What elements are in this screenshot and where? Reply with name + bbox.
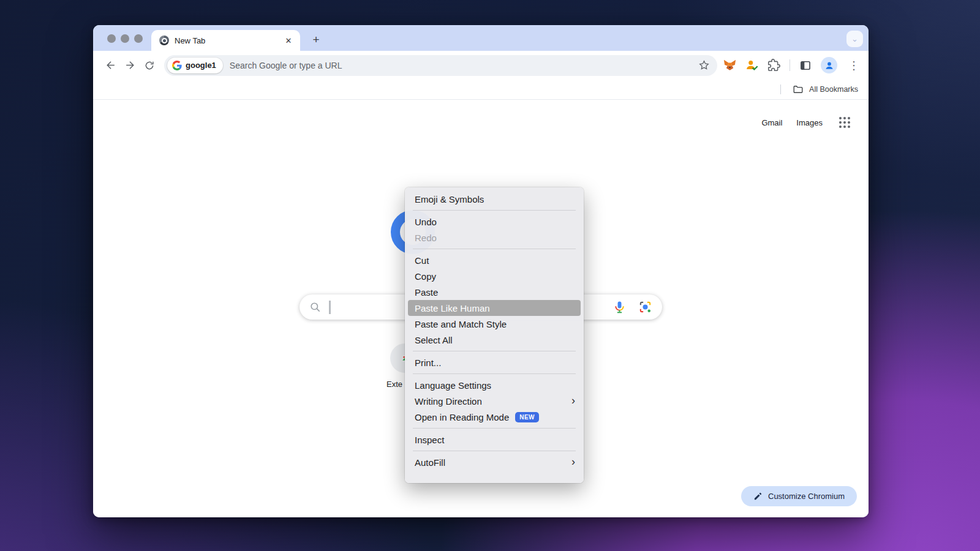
browser-menu-button[interactable]: ⋮ xyxy=(846,56,861,75)
pencil-icon xyxy=(753,492,763,501)
profile-person-icon xyxy=(824,60,835,71)
all-bookmarks-button[interactable]: All Bookmarks xyxy=(809,85,858,94)
window-controls xyxy=(107,34,143,43)
menu-separator xyxy=(413,249,576,249)
menu-item-copy[interactable]: Copy xyxy=(405,268,584,284)
tab-search-chevron-icon[interactable]: ⌄ xyxy=(846,31,863,47)
reload-button[interactable] xyxy=(140,56,159,75)
tab-title: New Tab xyxy=(175,36,283,45)
ntp-top-links: Gmail Images xyxy=(761,114,853,130)
menu-item-print[interactable]: Print... xyxy=(405,354,584,370)
google-lens-icon[interactable] xyxy=(638,300,652,314)
browser-toolbar: google1 ⋮ xyxy=(93,51,869,80)
google-g-icon xyxy=(172,61,182,70)
folder-icon xyxy=(793,84,804,95)
menu-separator xyxy=(413,210,576,211)
menu-item-autofill[interactable]: AutoFill › xyxy=(405,454,584,470)
voice-search-mic-icon[interactable] xyxy=(612,300,627,314)
side-panel-icon[interactable] xyxy=(799,59,812,72)
google-apps-grid-icon[interactable] xyxy=(837,114,853,130)
menu-item-cut[interactable]: Cut xyxy=(405,252,584,268)
menu-item-writing-direction[interactable]: Writing Direction › xyxy=(405,393,584,409)
back-button[interactable] xyxy=(100,56,120,75)
bookmarks-divider xyxy=(780,84,781,94)
customize-chromium-label: Customize Chromium xyxy=(768,492,845,501)
customize-chromium-button[interactable]: Customize Chromium xyxy=(741,486,857,506)
bookmarks-bar: All Bookmarks xyxy=(93,80,869,100)
back-arrow-icon xyxy=(105,59,116,71)
kebab-menu-icon: ⋮ xyxy=(848,59,859,72)
gmail-link[interactable]: Gmail xyxy=(761,118,782,127)
profile-check-extension-icon[interactable] xyxy=(745,59,758,72)
menu-separator xyxy=(413,428,576,429)
omnibox-input[interactable] xyxy=(230,61,698,70)
new-tab-button[interactable]: + xyxy=(309,32,323,47)
metamask-extension-icon[interactable] xyxy=(723,59,736,72)
menu-item-inspect[interactable]: Inspect xyxy=(405,432,584,448)
chromium-favicon xyxy=(159,36,169,45)
images-link[interactable]: Images xyxy=(796,118,823,127)
tab-close-icon[interactable]: ✕ xyxy=(283,35,294,46)
new-badge: NEW xyxy=(515,412,539,422)
toolbar-divider xyxy=(790,59,790,71)
context-menu: Emoji & Symbols Undo Redo Cut Copy Paste… xyxy=(405,187,584,483)
omnibox[interactable]: google1 xyxy=(164,55,717,76)
menu-item-emoji-symbols[interactable]: Emoji & Symbols xyxy=(405,191,584,207)
close-window-button[interactable] xyxy=(107,34,116,43)
search-icon xyxy=(309,301,321,313)
forward-arrow-icon xyxy=(124,59,136,71)
menu-item-select-all[interactable]: Select All xyxy=(405,332,584,348)
reload-icon xyxy=(144,60,155,71)
forward-button[interactable] xyxy=(120,56,140,75)
shortcut-label: Exte xyxy=(386,380,402,389)
menu-item-paste-like-human[interactable]: Paste Like Human xyxy=(408,300,581,316)
menu-item-redo: Redo xyxy=(405,230,584,246)
menu-item-paste-and-match-style[interactable]: Paste and Match Style xyxy=(405,316,584,332)
zoom-window-button[interactable] xyxy=(134,34,143,43)
profile-avatar[interactable] xyxy=(821,57,837,73)
tab-strip: New Tab ✕ + ⌄ xyxy=(93,25,869,51)
text-caret xyxy=(329,301,331,314)
toolbar-extension-area: ⋮ xyxy=(723,56,862,75)
extensions-puzzle-icon[interactable] xyxy=(767,59,780,72)
browser-window: New Tab ✕ + ⌄ google1 xyxy=(93,25,869,517)
minimize-window-button[interactable] xyxy=(121,34,129,43)
menu-item-open-in-reading-mode[interactable]: Open in Reading Mode NEW xyxy=(405,409,584,425)
menu-item-language-settings[interactable]: Language Settings xyxy=(405,377,584,393)
menu-item-undo[interactable]: Undo xyxy=(405,214,584,230)
menu-item-paste[interactable]: Paste xyxy=(405,284,584,300)
bookmark-star-icon[interactable] xyxy=(698,59,710,71)
search-engine-chip-label: google1 xyxy=(186,61,216,70)
menu-separator xyxy=(413,373,576,374)
menu-separator xyxy=(413,351,576,351)
macos-desktop: New Tab ✕ + ⌄ google1 xyxy=(0,0,980,551)
submenu-arrow-icon: › xyxy=(571,395,575,406)
tab-new-tab[interactable]: New Tab ✕ xyxy=(151,30,300,51)
submenu-arrow-icon: › xyxy=(571,456,575,467)
menu-separator xyxy=(413,451,576,451)
search-engine-chip[interactable]: google1 xyxy=(167,58,223,73)
